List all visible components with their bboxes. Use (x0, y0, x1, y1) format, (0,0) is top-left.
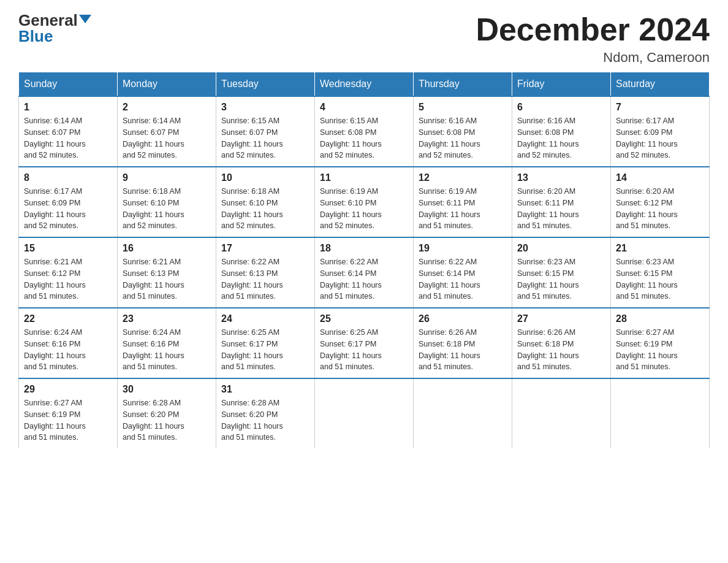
table-row: 20Sunrise: 6:23 AM Sunset: 6:15 PM Dayli… (512, 237, 611, 308)
day-info: Sunrise: 6:17 AM Sunset: 6:09 PM Dayligh… (24, 186, 112, 232)
day-info: Sunrise: 6:21 AM Sunset: 6:12 PM Dayligh… (24, 256, 112, 302)
month-title: December 2024 (476, 12, 710, 47)
day-info: Sunrise: 6:25 AM Sunset: 6:17 PM Dayligh… (221, 327, 309, 373)
table-row: 31Sunrise: 6:28 AM Sunset: 6:20 PM Dayli… (216, 378, 315, 448)
day-number: 4 (320, 102, 408, 113)
calendar-week-row: 1Sunrise: 6:14 AM Sunset: 6:07 PM Daylig… (19, 96, 710, 167)
day-info: Sunrise: 6:17 AM Sunset: 6:09 PM Dayligh… (616, 115, 704, 161)
page-header: General Blue December 2024 Ndom, Cameroo… (18, 12, 710, 66)
day-info: Sunrise: 6:14 AM Sunset: 6:07 PM Dayligh… (24, 115, 112, 161)
header-friday: Friday (512, 72, 611, 97)
day-number: 12 (419, 172, 507, 183)
day-info: Sunrise: 6:27 AM Sunset: 6:19 PM Dayligh… (616, 327, 704, 373)
header-thursday: Thursday (414, 72, 512, 97)
day-number: 21 (616, 243, 704, 254)
table-row (414, 378, 512, 448)
table-row: 4Sunrise: 6:15 AM Sunset: 6:08 PM Daylig… (315, 96, 414, 167)
day-number: 11 (320, 172, 408, 183)
day-info: Sunrise: 6:22 AM Sunset: 6:13 PM Dayligh… (221, 256, 309, 302)
table-row (315, 378, 414, 448)
day-info: Sunrise: 6:27 AM Sunset: 6:19 PM Dayligh… (24, 397, 112, 443)
day-info: Sunrise: 6:22 AM Sunset: 6:14 PM Dayligh… (419, 256, 507, 302)
table-row: 15Sunrise: 6:21 AM Sunset: 6:12 PM Dayli… (19, 237, 118, 308)
day-number: 18 (320, 243, 408, 254)
day-info: Sunrise: 6:20 AM Sunset: 6:11 PM Dayligh… (517, 186, 605, 232)
table-row: 3Sunrise: 6:15 AM Sunset: 6:07 PM Daylig… (216, 96, 315, 167)
day-number: 10 (221, 172, 309, 183)
table-row: 7Sunrise: 6:17 AM Sunset: 6:09 PM Daylig… (611, 96, 710, 167)
day-number: 6 (517, 102, 605, 113)
calendar-table: Sunday Monday Tuesday Wednesday Thursday… (18, 72, 710, 448)
table-row: 26Sunrise: 6:26 AM Sunset: 6:18 PM Dayli… (414, 308, 512, 378)
calendar-week-row: 15Sunrise: 6:21 AM Sunset: 6:12 PM Dayli… (19, 237, 710, 308)
table-row: 1Sunrise: 6:14 AM Sunset: 6:07 PM Daylig… (19, 96, 118, 167)
table-row: 10Sunrise: 6:18 AM Sunset: 6:10 PM Dayli… (216, 167, 315, 237)
table-row: 16Sunrise: 6:21 AM Sunset: 6:13 PM Dayli… (118, 237, 216, 308)
table-row: 22Sunrise: 6:24 AM Sunset: 6:16 PM Dayli… (19, 308, 118, 378)
day-number: 17 (221, 243, 309, 254)
table-row: 17Sunrise: 6:22 AM Sunset: 6:13 PM Dayli… (216, 237, 315, 308)
day-number: 3 (221, 102, 309, 113)
day-info: Sunrise: 6:16 AM Sunset: 6:08 PM Dayligh… (419, 115, 507, 161)
header-tuesday: Tuesday (216, 72, 315, 97)
header-saturday: Saturday (611, 72, 710, 97)
day-number: 30 (123, 384, 211, 395)
day-info: Sunrise: 6:24 AM Sunset: 6:16 PM Dayligh… (24, 327, 112, 373)
day-number: 31 (221, 384, 309, 395)
day-number: 1 (24, 102, 112, 113)
day-number: 22 (24, 313, 112, 324)
day-number: 9 (123, 172, 211, 183)
weekday-header-row: Sunday Monday Tuesday Wednesday Thursday… (19, 72, 710, 97)
day-number: 15 (24, 243, 112, 254)
day-info: Sunrise: 6:24 AM Sunset: 6:16 PM Dayligh… (123, 327, 211, 373)
table-row: 5Sunrise: 6:16 AM Sunset: 6:08 PM Daylig… (414, 96, 512, 167)
day-number: 7 (616, 102, 704, 113)
table-row: 24Sunrise: 6:25 AM Sunset: 6:17 PM Dayli… (216, 308, 315, 378)
day-number: 5 (419, 102, 507, 113)
logo: General Blue (18, 12, 91, 44)
day-info: Sunrise: 6:28 AM Sunset: 6:20 PM Dayligh… (221, 397, 309, 443)
day-number: 26 (419, 313, 507, 324)
table-row: 28Sunrise: 6:27 AM Sunset: 6:19 PM Dayli… (611, 308, 710, 378)
table-row: 6Sunrise: 6:16 AM Sunset: 6:08 PM Daylig… (512, 96, 611, 167)
table-row: 12Sunrise: 6:19 AM Sunset: 6:11 PM Dayli… (414, 167, 512, 237)
table-row: 30Sunrise: 6:28 AM Sunset: 6:20 PM Dayli… (118, 378, 216, 448)
title-section: December 2024 Ndom, Cameroon (476, 12, 710, 66)
day-number: 2 (123, 102, 211, 113)
day-info: Sunrise: 6:15 AM Sunset: 6:07 PM Dayligh… (221, 115, 309, 161)
calendar-week-row: 8Sunrise: 6:17 AM Sunset: 6:09 PM Daylig… (19, 167, 710, 237)
table-row: 9Sunrise: 6:18 AM Sunset: 6:10 PM Daylig… (118, 167, 216, 237)
day-info: Sunrise: 6:23 AM Sunset: 6:15 PM Dayligh… (616, 256, 704, 302)
day-info: Sunrise: 6:22 AM Sunset: 6:14 PM Dayligh… (320, 256, 408, 302)
day-info: Sunrise: 6:26 AM Sunset: 6:18 PM Dayligh… (517, 327, 605, 373)
day-info: Sunrise: 6:23 AM Sunset: 6:15 PM Dayligh… (517, 256, 605, 302)
day-number: 19 (419, 243, 507, 254)
table-row (611, 378, 710, 448)
day-info: Sunrise: 6:14 AM Sunset: 6:07 PM Dayligh… (123, 115, 211, 161)
day-info: Sunrise: 6:19 AM Sunset: 6:10 PM Dayligh… (320, 186, 408, 232)
day-info: Sunrise: 6:26 AM Sunset: 6:18 PM Dayligh… (419, 327, 507, 373)
table-row: 18Sunrise: 6:22 AM Sunset: 6:14 PM Dayli… (315, 237, 414, 308)
table-row: 11Sunrise: 6:19 AM Sunset: 6:10 PM Dayli… (315, 167, 414, 237)
day-number: 27 (517, 313, 605, 324)
day-number: 24 (221, 313, 309, 324)
day-info: Sunrise: 6:19 AM Sunset: 6:11 PM Dayligh… (419, 186, 507, 232)
table-row: 27Sunrise: 6:26 AM Sunset: 6:18 PM Dayli… (512, 308, 611, 378)
day-number: 29 (24, 384, 112, 395)
day-info: Sunrise: 6:15 AM Sunset: 6:08 PM Dayligh… (320, 115, 408, 161)
logo-triangle-icon (79, 15, 91, 23)
table-row: 13Sunrise: 6:20 AM Sunset: 6:11 PM Dayli… (512, 167, 611, 237)
day-number: 25 (320, 313, 408, 324)
header-monday: Monday (118, 72, 216, 97)
table-row: 25Sunrise: 6:25 AM Sunset: 6:17 PM Dayli… (315, 308, 414, 378)
day-info: Sunrise: 6:25 AM Sunset: 6:17 PM Dayligh… (320, 327, 408, 373)
day-number: 13 (517, 172, 605, 183)
table-row: 23Sunrise: 6:24 AM Sunset: 6:16 PM Dayli… (118, 308, 216, 378)
day-info: Sunrise: 6:28 AM Sunset: 6:20 PM Dayligh… (123, 397, 211, 443)
day-info: Sunrise: 6:20 AM Sunset: 6:12 PM Dayligh… (616, 186, 704, 232)
day-number: 16 (123, 243, 211, 254)
day-number: 23 (123, 313, 211, 324)
day-info: Sunrise: 6:16 AM Sunset: 6:08 PM Dayligh… (517, 115, 605, 161)
calendar-week-row: 22Sunrise: 6:24 AM Sunset: 6:16 PM Dayli… (19, 308, 710, 378)
table-row: 2Sunrise: 6:14 AM Sunset: 6:07 PM Daylig… (118, 96, 216, 167)
